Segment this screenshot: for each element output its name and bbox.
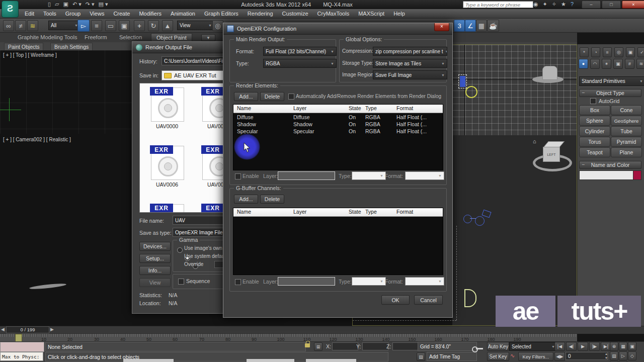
col-name[interactable]: Name [237, 105, 251, 111]
cancel-button[interactable]: Cancel [414, 295, 443, 305]
image-region-dropdown[interactable]: Save Full Image▼ [373, 70, 447, 79]
geometry-category-icon[interactable]: ● [579, 59, 588, 69]
utilities-tab-icon[interactable]: ✓ [637, 47, 644, 57]
col-type[interactable]: Type [365, 105, 377, 111]
create-geosphere-button[interactable]: GeoSphere [611, 116, 642, 126]
wireframe-object-ring-a[interactable] [463, 215, 472, 223]
create-torus-button[interactable]: Torus [579, 137, 610, 147]
search-icon[interactable]: ◉ [533, 1, 538, 8]
key-filters-button[interactable]: Key Filters... [518, 352, 553, 361]
autogrid-checkbox[interactable] [590, 98, 596, 104]
x-field[interactable] [332, 342, 358, 350]
circle-helper[interactable] [465, 86, 477, 98]
zoom-icon[interactable]: ⊕ [610, 342, 618, 351]
angle-snap-icon[interactable]: ∠ [465, 20, 476, 32]
exr-file-icon[interactable]: EXR [151, 87, 184, 122]
menu-maxscript[interactable]: MAXScript [354, 9, 389, 18]
gbuffer-add-button[interactable]: Add... [234, 195, 258, 204]
zoom-all-icon[interactable]: ▦ [619, 342, 627, 351]
frame-counter[interactable]: 0 / 199 [6, 326, 49, 333]
rectangular-selection-region-icon[interactable]: ▭ [105, 20, 116, 31]
render-production-teapot-icon[interactable]: ☕ [487, 20, 499, 32]
create-teapot-button[interactable]: Teapot [579, 147, 610, 157]
menu-animation[interactable]: Animation [166, 9, 200, 18]
create-sphere-button[interactable]: Sphere [579, 116, 610, 126]
subscription-icon[interactable]: ✦ [543, 1, 547, 8]
shapes-category-icon[interactable]: ◠ [590, 59, 600, 69]
selection-filter-dropdown[interactable]: All▼ [48, 21, 80, 30]
unlink-selection-icon[interactable]: ≠ [15, 20, 26, 31]
exr-file-icon[interactable]: EXR [151, 146, 184, 180]
help-icon[interactable]: ? [571, 1, 574, 8]
create-cone-button[interactable]: Cone [611, 105, 642, 115]
primitive-category-dropdown[interactable]: Standard Primitives▼ [579, 76, 644, 86]
table-row[interactable]: SpecularSpecular OnRGBA Half Float (... [233, 128, 443, 135]
render-elements-delete-button[interactable]: Delete [260, 92, 284, 101]
ok-button[interactable]: OK [381, 295, 410, 305]
zoom-region-icon[interactable]: ▷ [619, 351, 627, 360]
menu-modifiers[interactable]: Modifiers [134, 9, 166, 18]
open-file-icon[interactable]: ▱ [55, 1, 59, 8]
select-and-link-icon[interactable]: ∞ [3, 20, 14, 31]
close-icon[interactable]: × [434, 23, 449, 31]
reference-coordinate-dropdown[interactable]: View▼ [177, 21, 214, 30]
pan-icon[interactable]: ◇ [628, 351, 636, 360]
wireframe-object-ring-b[interactable] [475, 216, 485, 226]
name-and-color-rollout[interactable]: − Name and Color [579, 161, 641, 169]
object-type-rollout[interactable]: − Object Type [579, 89, 641, 97]
z-field[interactable] [392, 342, 419, 350]
exr-file-icon-partial[interactable]: EXR [151, 204, 184, 213]
gbuffer-type-dropdown[interactable]: ▼ [352, 277, 386, 286]
go-to-start-button[interactable]: |◀ [554, 342, 565, 351]
gbuffer-delete-button[interactable]: Delete [260, 195, 284, 204]
menu-customize[interactable]: Customize [278, 9, 313, 18]
lights-category-icon[interactable]: ✶ [602, 59, 611, 69]
gamma-own-radio[interactable] [177, 247, 183, 253]
col-layer[interactable]: Layer [293, 209, 306, 215]
display-tab-icon[interactable]: ▣ [626, 47, 635, 57]
set-keys-key-icon[interactable] [476, 348, 483, 349]
redo-icon[interactable]: ↷ ▾ [86, 1, 95, 8]
new-scene-icon[interactable]: ▯ [48, 1, 51, 8]
table-row[interactable]: DiffuseDiffuse OnRGBA Half Float (... [233, 114, 443, 121]
object-name-field[interactable] [579, 170, 633, 180]
absolute-mode-icon[interactable]: ⊞ [314, 342, 323, 351]
col-format[interactable]: Format [396, 209, 413, 215]
set-key-button[interactable]: Set Key [487, 352, 509, 361]
render-elements-add-button[interactable]: Add... [234, 92, 258, 101]
ribbon-tab-freeform[interactable]: Freeform [85, 34, 107, 40]
close-button[interactable]: × [622, 1, 644, 9]
bind-to-space-warp-icon[interactable]: ≋ [27, 20, 38, 31]
frame-back-icon[interactable]: ◀ [1, 327, 5, 332]
window-crossing-icon[interactable]: ▣ [119, 20, 130, 31]
format-dropdown[interactable]: Full Float (32 bits/Channel)▼ [263, 47, 337, 56]
undo-icon[interactable]: ↶ ▾ [72, 1, 82, 8]
spacewarps-category-icon[interactable]: ≋ [636, 59, 644, 69]
setup-button[interactable]: Setup... [139, 254, 171, 263]
y-field[interactable] [362, 342, 388, 350]
render-setup-icon[interactable]: ▦ [476, 20, 487, 32]
element-layer-field[interactable] [278, 171, 335, 180]
menu-rendering[interactable]: Rendering [243, 9, 278, 18]
menu-views[interactable]: Views [85, 9, 109, 18]
menu-edit[interactable]: Edit [20, 9, 39, 18]
menu-graph-editors[interactable]: Graph Editors [200, 9, 243, 18]
modify-tab-icon[interactable]: ◔ [591, 47, 600, 57]
hierarchy-tab-icon[interactable]: ≡ [603, 47, 612, 57]
col-type[interactable]: Type [365, 209, 377, 215]
select-and-move-icon[interactable]: + [134, 20, 145, 31]
minimize-button[interactable]: – [582, 1, 601, 9]
auto-key-button[interactable]: Auto Key [487, 342, 509, 351]
openexr-title-bar[interactable]: OpenEXR Configuration [223, 23, 452, 35]
save-file-icon[interactable]: ▣ [63, 1, 68, 8]
search-input[interactable] [463, 1, 533, 8]
viewcube-front-face[interactable]: LEFT [543, 147, 560, 162]
ribbon-tab-selection[interactable]: Selection [119, 34, 142, 40]
create-cylinder-button[interactable]: Cylinder [579, 126, 610, 136]
frame-spinner[interactable]: ▲▼ [604, 352, 609, 360]
ribbon-tab-object-paint[interactable]: Object Paint [151, 33, 192, 42]
cameras-category-icon[interactable]: ▣ [613, 59, 623, 69]
favorites-icon[interactable]: ★ [561, 1, 566, 8]
maximize-button[interactable]: □ [602, 1, 621, 9]
zoom-extents-all-icon[interactable]: ▤ [610, 351, 618, 360]
